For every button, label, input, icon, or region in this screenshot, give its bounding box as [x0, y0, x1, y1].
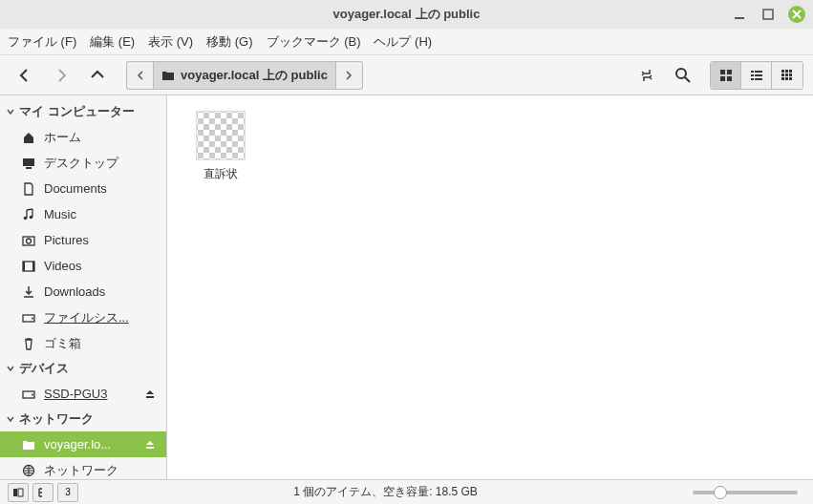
- svg-rect-19: [781, 77, 784, 80]
- svg-rect-23: [26, 167, 32, 169]
- eject-icon[interactable]: [143, 388, 157, 401]
- svg-rect-30: [32, 262, 34, 271]
- zoom-slider[interactable]: [693, 491, 798, 494]
- sidebar-section-devices[interactable]: デバイス: [0, 356, 166, 381]
- folder-icon: [21, 437, 36, 452]
- tree-toggle-button[interactable]: [32, 483, 53, 502]
- svg-rect-18: [789, 74, 792, 76]
- svg-rect-20: [785, 77, 788, 80]
- pictures-icon: [21, 233, 36, 248]
- sidebar-item-filesystem[interactable]: ファイルシス...: [0, 304, 166, 330]
- svg-rect-4: [727, 70, 732, 74]
- sidebar-item-label: Music: [44, 207, 160, 221]
- sidebar-section-label: マイ コンピューター: [19, 103, 135, 120]
- menu-edit[interactable]: 編集 (E): [90, 33, 135, 51]
- sidebar-section-label: ネットワーク: [19, 410, 94, 428]
- svg-rect-17: [785, 74, 788, 76]
- close-button[interactable]: [788, 6, 805, 23]
- drive-icon: [21, 310, 36, 326]
- file-view[interactable]: 直訴状: [167, 95, 813, 479]
- path-location[interactable]: voyager.local 上の public: [153, 61, 336, 90]
- search-button[interactable]: [668, 60, 698, 91]
- svg-rect-21: [789, 77, 792, 80]
- sidebar-item-label: ファイルシス...: [44, 309, 160, 326]
- chevron-down-icon: [6, 364, 15, 373]
- places-toggle-button[interactable]: [8, 483, 29, 502]
- statusbar-button-3[interactable]: 3: [57, 483, 78, 502]
- statusbar-text: 1 個のアイテム、空き容量: 18.5 GB: [78, 484, 693, 500]
- svg-rect-13: [781, 70, 784, 73]
- sidebar-item-label: ネットワーク: [44, 462, 160, 479]
- sidebar-item-ssd[interactable]: SSD-PGU3: [0, 381, 166, 407]
- chevron-down-icon: [6, 107, 15, 116]
- sidebar-item-label: ホーム: [44, 129, 160, 146]
- sidebar-item-label: デスクトップ: [44, 155, 160, 172]
- svg-rect-29: [23, 262, 25, 271]
- path-next-button[interactable]: [336, 61, 363, 90]
- menu-view[interactable]: 表示 (V): [148, 33, 193, 51]
- window-title: voyager.local 上の public: [333, 6, 481, 23]
- file-label: 直訴状: [203, 166, 238, 182]
- svg-rect-12: [755, 78, 762, 80]
- forward-button[interactable]: [46, 60, 76, 91]
- sidebar-item-label: ゴミ箱: [44, 335, 160, 352]
- videos-icon: [21, 259, 36, 274]
- file-grid: 直訴状: [182, 111, 798, 182]
- toggle-location-button[interactable]: [631, 60, 662, 91]
- svg-rect-0: [735, 17, 744, 19]
- sidebar-item-network[interactable]: ネットワーク: [0, 457, 166, 479]
- maximize-button[interactable]: [760, 6, 777, 23]
- up-button[interactable]: [82, 60, 113, 91]
- network-icon: [21, 463, 36, 478]
- view-mode-group: [710, 61, 803, 90]
- back-button[interactable]: [10, 60, 40, 91]
- svg-point-32: [32, 317, 33, 319]
- compact-view-button[interactable]: [772, 62, 802, 89]
- sidebar-item-documents[interactable]: Documents: [0, 176, 166, 201]
- svg-rect-5: [720, 76, 725, 81]
- menu-bookmarks[interactable]: ブックマーク (B): [267, 33, 361, 51]
- sidebar-item-home[interactable]: ホーム: [0, 124, 166, 150]
- svg-point-25: [30, 215, 33, 219]
- home-icon: [21, 130, 36, 145]
- documents-icon: [21, 181, 36, 197]
- path-location-label: voyager.local 上の public: [181, 67, 328, 84]
- path-prev-button[interactable]: [126, 61, 153, 90]
- window-controls: [731, 6, 805, 23]
- icon-view-button[interactable]: [711, 62, 741, 89]
- sidebar-item-pictures[interactable]: Pictures: [0, 227, 166, 253]
- sidebar-section-network[interactable]: ネットワーク: [0, 407, 166, 431]
- file-item[interactable]: 直訴状: [182, 111, 259, 182]
- chevron-down-icon: [6, 414, 15, 424]
- svg-point-24: [24, 216, 28, 220]
- titlebar: voyager.local 上の public: [0, 0, 813, 29]
- sidebar-item-label: Documents: [44, 181, 160, 196]
- sidebar-item-music[interactable]: Music: [0, 201, 166, 227]
- list-view-button[interactable]: [741, 62, 772, 89]
- statusbar-left: 3: [8, 483, 78, 502]
- main-area: マイ コンピューター ホーム デスクトップ Documents Music Pi…: [0, 95, 813, 479]
- folder-icon: [161, 69, 175, 82]
- svg-rect-36: [13, 489, 17, 496]
- svg-rect-16: [781, 74, 784, 76]
- menu-help[interactable]: ヘルプ (H): [374, 33, 432, 51]
- sidebar-item-voyager[interactable]: voyager.lo...: [0, 431, 166, 457]
- sidebar-item-downloads[interactable]: Downloads: [0, 279, 166, 304]
- sidebar-item-videos[interactable]: Videos: [0, 253, 166, 279]
- svg-rect-3: [720, 70, 725, 74]
- sidebar-item-trash[interactable]: ゴミ箱: [0, 330, 166, 356]
- sidebar-item-desktop[interactable]: デスクトップ: [0, 150, 166, 176]
- desktop-icon: [21, 156, 36, 171]
- file-thumbnail-icon: [196, 111, 246, 160]
- eject-icon[interactable]: [143, 438, 157, 452]
- sidebar-section-computer[interactable]: マイ コンピューター: [0, 99, 166, 124]
- menu-file[interactable]: ファイル (F): [8, 33, 76, 51]
- svg-rect-37: [18, 489, 23, 496]
- svg-rect-1: [763, 10, 773, 19]
- minimize-button[interactable]: [731, 6, 748, 23]
- menu-go[interactable]: 移動 (G): [206, 33, 252, 51]
- svg-point-2: [676, 69, 686, 78]
- trash-icon: [21, 336, 36, 351]
- sidebar: マイ コンピューター ホーム デスクトップ Documents Music Pi…: [0, 95, 167, 479]
- zoom-slider-thumb[interactable]: [714, 486, 727, 499]
